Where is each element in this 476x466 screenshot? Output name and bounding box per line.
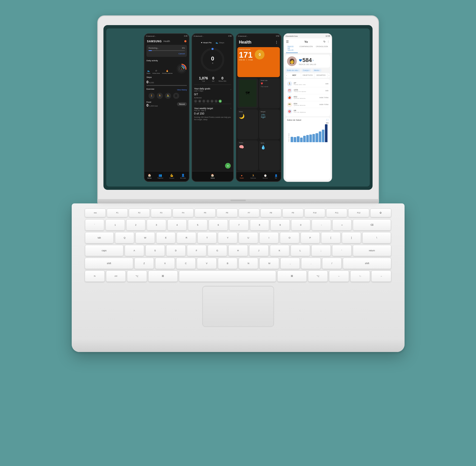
key-7[interactable]: 7 — [229, 219, 249, 231]
key-backslash[interactable]: \ — [362, 232, 391, 243]
key-semicolon[interactable]: ; — [311, 245, 331, 256]
key-d[interactable]: D — [166, 245, 186, 256]
key-a[interactable]: A — [125, 245, 144, 256]
p3-nav-devices[interactable]: ⌚ Devices — [263, 174, 268, 179]
key-f2[interactable]: F2 — [129, 209, 150, 217]
key-m[interactable]: M — [259, 258, 279, 269]
key-u[interactable]: U — [239, 232, 258, 243]
key-w[interactable]: W — [135, 232, 155, 243]
cancel-button[interactable]: Cancel — [178, 53, 185, 55]
key-backtick[interactable]: ` — [85, 219, 104, 231]
key-z[interactable]: Z — [134, 258, 154, 269]
nav-home[interactable]: 🏠 Home — [147, 174, 152, 179]
key-f3[interactable]: F3 — [151, 209, 172, 217]
key-f9[interactable]: F9 — [282, 209, 303, 217]
key-e[interactable]: E — [156, 232, 176, 243]
record-button[interactable]: Record — [177, 102, 187, 106]
key-right-arrow[interactable]: → — [371, 271, 391, 282]
key-y[interactable]: Y — [218, 232, 237, 243]
key-f5[interactable]: F5 — [195, 209, 216, 217]
pill-estilo[interactable]: Estilo de vida › — [285, 69, 300, 72]
tab2-objetivos[interactable]: OBJETIVOS — [301, 73, 314, 78]
p3-nav-health[interactable]: ♥ Health — [240, 174, 244, 179]
p3-nav-me[interactable]: 👤 Me — [274, 174, 278, 179]
key-r[interactable]: R — [177, 232, 196, 243]
key-q[interactable]: Q — [115, 232, 134, 243]
heart-rate-card[interactable]: Heart rate ♥ This month — [259, 78, 280, 108]
key-p[interactable]: P — [301, 232, 320, 243]
key-o[interactable]: O — [280, 232, 299, 243]
key-0[interactable]: 0 — [291, 219, 311, 231]
key-f[interactable]: F — [187, 245, 206, 256]
more-options-icon[interactable]: ⋮ — [275, 40, 278, 44]
key-h[interactable]: H — [228, 245, 248, 256]
goals-chevron-icon[interactable]: › — [230, 88, 231, 91]
key-capslock[interactable]: caps — [85, 245, 123, 256]
key-9[interactable]: 9 — [270, 219, 290, 231]
key-s[interactable]: S — [145, 245, 165, 256]
key-g[interactable]: G — [208, 245, 227, 256]
key-period[interactable]: . — [301, 258, 321, 269]
chart-expand-icon[interactable]: ⛶ — [326, 119, 329, 121]
key-v[interactable]: V — [197, 258, 216, 269]
hamburger-icon[interactable]: ☰ — [286, 40, 289, 44]
pill-mente[interactable]: Mente › — [312, 69, 322, 72]
more-icon[interactable]: ⋮ — [327, 40, 330, 43]
key-3[interactable]: 3 — [147, 219, 166, 231]
weekly-chevron-icon[interactable]: › — [230, 107, 231, 110]
key-left-arrow[interactable]: ← — [329, 271, 349, 282]
nav-together[interactable]: 👥 Together — [157, 174, 163, 179]
left-chevron-icon[interactable]: ‹ — [285, 73, 288, 78]
map-card[interactable]: 🗺 — [237, 78, 258, 108]
key-equals[interactable]: = — [332, 219, 352, 231]
pill-cuerpo[interactable]: Cuerpo › — [301, 69, 311, 72]
weight-card[interactable]: Weight ⚖️ — [259, 109, 280, 140]
view-history-link[interactable]: View History — [177, 89, 187, 91]
key-f12[interactable]: F12 — [348, 209, 369, 217]
key-i[interactable]: I — [259, 232, 279, 243]
key-rbracket[interactable]: ] — [342, 232, 361, 243]
spo2-card[interactable]: SpO₂ 💧 — [259, 140, 280, 171]
key-b[interactable]: B — [218, 258, 237, 269]
key-t[interactable]: T — [197, 232, 217, 243]
key-minus[interactable]: - — [312, 219, 331, 231]
key-slash[interactable]: / — [322, 258, 342, 269]
key-4[interactable]: 4 — [167, 219, 187, 231]
key-c[interactable]: C — [176, 258, 196, 269]
key-ctrl[interactable]: ctrl — [106, 271, 126, 282]
p2-nav-home[interactable]: 🏠 Home — [210, 174, 215, 179]
key-f1[interactable]: F1 — [107, 209, 128, 217]
key-f6[interactable]: F6 — [217, 209, 238, 217]
key-fn[interactable]: fn — [85, 271, 104, 282]
key-j[interactable]: J — [249, 245, 269, 256]
key-tab[interactable]: tab — [85, 232, 114, 243]
tab2-hoy[interactable]: HOY — [288, 73, 301, 78]
exercise-records-card[interactable]: Exercise records 171 0.51 mi • 4 min — [237, 47, 280, 77]
key-lbracket[interactable]: [ — [321, 232, 341, 243]
key-f8[interactable]: F8 — [260, 209, 281, 217]
tab-steps[interactable]: 👟 Steps — [216, 42, 224, 44]
key-x[interactable]: X — [155, 258, 175, 269]
key-lshift[interactable]: shift — [85, 258, 133, 269]
nav-mypage[interactable]: 👤 My page — [180, 174, 186, 179]
nav-fitness[interactable]: 💪 Fitness — [169, 174, 174, 179]
stress-card[interactable]: Stress 🧠 — [237, 140, 258, 171]
key-f7[interactable]: F7 — [239, 209, 260, 217]
tab-heart-pts[interactable]: ♥ Heart Pts — [201, 42, 211, 44]
key-f10[interactable]: F10 — [304, 209, 325, 217]
key-n[interactable]: N — [239, 258, 258, 269]
refresh-icon[interactable]: ↻ — [323, 40, 325, 43]
key-backspace[interactable]: ⌫ — [353, 219, 391, 231]
key-1[interactable]: 1 — [105, 219, 125, 231]
tab-cronologia[interactable]: CRONOLOGÍA — [314, 45, 330, 53]
key-l[interactable]: L — [291, 245, 310, 256]
tab-indice[interactable]: ÍNDICE DE SALUD — [286, 45, 298, 53]
key-option[interactable]: ⌥ — [127, 271, 147, 282]
key-updown-arrow[interactable]: ↑↓ — [350, 271, 370, 282]
key-comma[interactable]: , — [280, 258, 300, 269]
key-quote[interactable]: ' — [332, 245, 352, 256]
key-6[interactable]: 6 — [209, 219, 228, 231]
tab-comparacion[interactable]: COMPARACIÓN — [298, 45, 314, 53]
key-roption[interactable]: ⌥ — [308, 271, 328, 282]
right-chevron-icon[interactable]: › — [328, 73, 330, 78]
